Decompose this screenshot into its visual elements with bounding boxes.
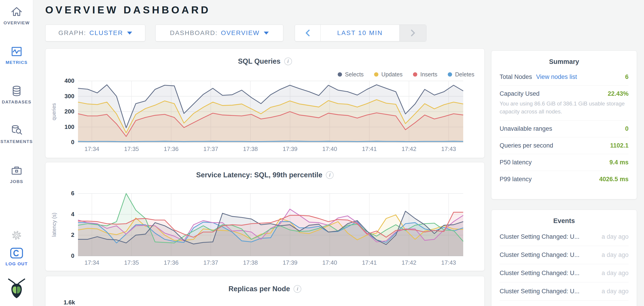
chart-title: Service Latency: SQL, 99th percentile [196, 171, 322, 179]
overview-dashboard-page: { "header": { "title": "OVERVIEW DASHBOA… [0, 0, 644, 306]
events-title: Events [492, 210, 637, 228]
summary-row-label: P50 latency [500, 159, 532, 166]
event-title-link[interactable]: Cluster Setting Changed: U... [500, 233, 580, 240]
time-next-button[interactable] [399, 25, 426, 41]
event-title-link[interactable]: Cluster Setting Changed: U... [500, 252, 580, 258]
sidebar: OVERVIEW METRICS DATABASES STATEMENTS [0, 0, 33, 306]
graph-dropdown[interactable]: GRAPH: CLUSTER [45, 24, 145, 42]
dashboard-dropdown-value: OVERVIEW [221, 29, 260, 36]
legend-item[interactable]: Deletes [448, 71, 474, 78]
statements-icon [10, 124, 23, 137]
service-latency-chart-card: Service Latency: SQL, 99th percentile i … [45, 162, 484, 271]
x-axis-label: 17:36 [155, 259, 187, 266]
x-axis-label: 17:37 [195, 259, 227, 266]
sidebar-item-databases[interactable]: DATABASES [0, 84, 33, 104]
event-row: Cluster Setting Changed: U...a day ago [500, 300, 628, 306]
summary-row-value: 1102.1 [610, 142, 628, 149]
dashboard-dropdown[interactable]: DASHBOARD: OVERVIEW [155, 24, 283, 42]
x-axis-label: 17:38 [234, 259, 266, 266]
x-axis-label: 17:41 [354, 259, 385, 266]
summary-row-label: Capacity Used [500, 90, 540, 97]
summary-row: Capacity Used22.43%You are using 86.6 Gi… [500, 85, 628, 120]
sidebar-item-jobs[interactable]: JOBS [0, 164, 33, 184]
gear-icon [10, 229, 23, 242]
legend-label: Inserts [420, 71, 437, 78]
x-axis-label: 17:39 [274, 146, 306, 152]
page-title: OVERVIEW DASHBOARD [45, 4, 210, 16]
chevron-left-icon [306, 30, 310, 36]
event-title-link[interactable]: Cluster Setting Changed: U... [500, 288, 580, 295]
x-axis-label: 17:43 [433, 146, 464, 152]
y-axis-label: 400 [49, 77, 74, 84]
legend-label: Updates [381, 71, 402, 78]
view-nodes-list-link[interactable]: View nodes list [536, 74, 577, 80]
summary-row-value: 4026.5 ms [599, 176, 628, 183]
replicas-per-node-chart-card: Replicas per Node i 1.6k [45, 276, 484, 306]
y-axis-label: 1.6k [50, 299, 75, 306]
x-axis-label: 17:35 [116, 259, 147, 266]
summary-row-value: 0 [625, 125, 628, 132]
legend-swatch [448, 72, 452, 76]
event-row: Cluster Setting Changed: U...a day ago [500, 264, 628, 282]
info-icon[interactable]: i [294, 285, 301, 293]
graph-dropdown-label: GRAPH: [58, 29, 86, 36]
chart-title: Replicas per Node [228, 285, 290, 293]
summary-row-value: 9.4 ms [610, 159, 628, 166]
x-axis-label: 17:41 [354, 146, 385, 152]
x-axis-label: 17:34 [76, 146, 108, 152]
summary-row-value: 22.43% [608, 90, 628, 97]
chart-title: SQL Queries [238, 57, 280, 66]
x-axis-label: 17:40 [314, 146, 346, 152]
event-timestamp: a day ago [602, 252, 628, 258]
summary-title: Summary [492, 51, 637, 69]
summary-row: Total NodesView nodes list6 [500, 69, 628, 85]
sidebar-logo[interactable] [0, 278, 33, 300]
legend-item[interactable]: Selects [338, 71, 364, 78]
legend-item[interactable]: Updates [374, 71, 402, 78]
info-icon[interactable]: i [326, 171, 334, 179]
chevron-right-icon [411, 30, 415, 36]
sidebar-item-overview[interactable]: OVERVIEW [0, 6, 33, 26]
event-title-link[interactable]: Cluster Setting Changed: U... [500, 270, 580, 277]
sidebar-item-metrics[interactable]: METRICS [0, 45, 33, 65]
event-timestamp: a day ago [602, 270, 628, 277]
time-window-label[interactable]: LAST 10 MIN [321, 25, 399, 41]
legend-swatch [338, 72, 342, 76]
metrics-icon [10, 45, 23, 58]
graph-dropdown-value: CLUSTER [89, 29, 123, 36]
x-axis-label: 17:34 [76, 259, 108, 266]
info-icon[interactable]: i [284, 58, 292, 65]
x-axis-label: 17:36 [155, 146, 187, 152]
x-axis-label: 17:35 [116, 146, 147, 152]
legend-label: Selects [345, 71, 364, 78]
x-axis-label: 17:39 [274, 259, 306, 266]
sidebar-item-label: METRICS [0, 60, 33, 65]
sql-queries-plot[interactable] [78, 81, 463, 142]
service-latency-plot[interactable] [78, 194, 463, 256]
x-axis-label: 17:38 [234, 146, 266, 152]
summary-row-label: Unavailable ranges [500, 125, 552, 132]
sidebar-item-statements[interactable]: STATEMENTS [0, 124, 33, 144]
x-axis-label: 17:42 [393, 259, 425, 266]
summary-row-label: Queries per second [500, 142, 553, 149]
legend-item[interactable]: Inserts [413, 71, 437, 78]
sidebar-item-label: LOG OUT [0, 262, 33, 266]
y-axis-label: 6 [49, 190, 74, 197]
y-axis-label: 2 [49, 232, 74, 238]
event-row: Cluster Setting Changed: U...a day ago [500, 246, 628, 264]
summary-panel: Summary Total NodesView nodes list6Capac… [491, 50, 637, 200]
time-prev-button[interactable] [295, 25, 321, 41]
event-timestamp: a day ago [602, 233, 628, 240]
sidebar-logout[interactable]: LOG OUT [0, 247, 33, 266]
y-axis-label: 100 [49, 124, 74, 130]
sql-queries-chart-card: SQL Queries i SelectsUpdatesInsertsDelet… [45, 48, 484, 158]
summary-row-value: 6 [625, 74, 628, 80]
chevron-down-icon [127, 32, 132, 34]
jobs-icon [10, 164, 23, 177]
sidebar-settings[interactable] [0, 229, 33, 242]
summary-row: P99 latency4026.5 ms [500, 171, 628, 188]
cockroach-logo [6, 278, 27, 300]
time-window-selector: LAST 10 MIN [295, 24, 426, 42]
summary-row: Unavailable ranges0 [500, 120, 628, 137]
summary-row-caption: You are using 86.6 GiB of 386.1 GiB usab… [500, 100, 628, 116]
